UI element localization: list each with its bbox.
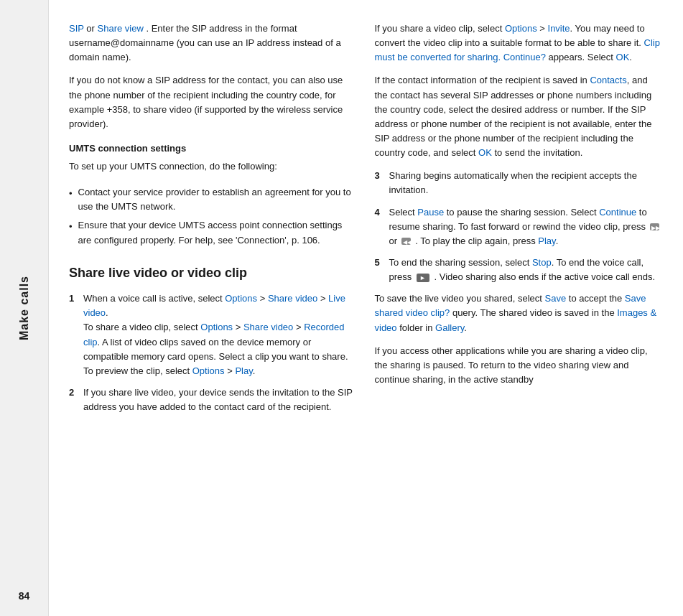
right-item-number-4: 4 (375, 205, 385, 248)
gallery-link[interactable]: Gallery (435, 322, 464, 333)
rewind-icon: ◀◀ (401, 236, 412, 246)
item-content-2: If you share live video, your device sen… (83, 386, 358, 414)
options-link-2[interactable]: Options (200, 322, 233, 332)
invite-link[interactable]: Invite (548, 23, 570, 34)
umts-intro: To set up your UMTS connection, do the f… (69, 159, 358, 174)
right-item-content-3: Sharing begins automatically when the re… (389, 169, 664, 197)
intro-paragraph: SIP or Share view . Enter the SIP addres… (69, 22, 358, 65)
right-numbered-list: 3 Sharing begins automatically when the … (375, 169, 664, 291)
save-link[interactable]: Save (545, 293, 567, 304)
right-item-number-5: 5 (375, 256, 385, 284)
svg-text:◀◀: ◀◀ (403, 239, 412, 246)
right-item-number-3: 3 (375, 169, 385, 197)
options-link-3[interactable]: Options (192, 365, 225, 376)
forward-icon: ▶▶ (649, 222, 661, 232)
sip-link[interactable]: SIP (69, 23, 84, 34)
item-number-2: 2 (69, 386, 79, 414)
item-number-1: 1 (69, 291, 79, 378)
bullet-text-1: Contact your service provider to establi… (78, 185, 358, 214)
ok-link-1[interactable]: OK (616, 52, 630, 62)
right-list-item-4: 4 Select Pause to pause the sharing sess… (375, 205, 664, 248)
page-number: 84 (19, 590, 30, 602)
para2: If you do not know a SIP address for the… (69, 73, 358, 131)
main-content: SIP or Share view . Enter the SIP addres… (49, 0, 683, 616)
pause-link[interactable]: Pause (417, 207, 444, 218)
options-link-r1[interactable]: Options (505, 23, 537, 34)
list-item-1: 1 When a voice call is active, select Op… (69, 291, 358, 378)
end-call-icon: ► (416, 273, 430, 283)
share-heading: Share live video or video clip (69, 265, 358, 281)
share-video-link-2[interactable]: Share video (243, 322, 293, 332)
right-column: If you share a video clip, select Option… (375, 22, 664, 602)
play-link-2[interactable]: Play (538, 235, 555, 246)
share-video-link-1[interactable]: Share video (268, 293, 317, 304)
list-item-2: 2 If you share live video, your device s… (69, 386, 358, 414)
bullet-dot-1: • (69, 187, 73, 214)
stop-link[interactable]: Stop (532, 257, 552, 268)
continue-link[interactable]: Continue (599, 207, 636, 218)
play-link-1[interactable]: Play (235, 365, 252, 376)
right-list-item-5: 5 To end the sharing session, select Sto… (375, 256, 664, 284)
right-list-item-3: 3 Sharing begins automatically when the … (375, 169, 664, 197)
right-item-content-4: Select Pause to pause the sharing sessio… (389, 205, 664, 248)
umts-heading: UMTS connection settings (69, 143, 358, 154)
right-para-2: If the contact information of the recipi… (375, 73, 664, 160)
ok-link-2[interactable]: OK (478, 147, 492, 158)
page-container: Make calls 84 SIP or Share view . Enter … (0, 0, 683, 616)
share-view-link[interactable]: Share view (98, 23, 144, 34)
left-numbered-list: 1 When a voice call is active, select Op… (69, 291, 358, 421)
svg-text:▶▶: ▶▶ (651, 225, 661, 231)
save-query-link[interactable]: Save shared video clip? (375, 293, 646, 318)
right-para-1: If you share a video clip, select Option… (375, 22, 664, 65)
sidebar: Make calls 84 (0, 0, 49, 616)
bullet-text-2: Ensure that your device UMTS access poin… (78, 218, 358, 247)
bullet-item-2: • Ensure that your device UMTS access po… (69, 218, 358, 247)
bullet-dot-2: • (69, 220, 73, 247)
right-save-para: To save the live video you shared, selec… (375, 291, 664, 335)
contacts-link[interactable]: Contacts (590, 75, 626, 85)
intro-text-1: or (86, 23, 97, 34)
svg-text:►: ► (419, 274, 426, 281)
item-content-1: When a voice call is active, select Opti… (83, 291, 358, 378)
bullet-item-1: • Contact your service provider to estab… (69, 185, 358, 214)
right-item-content-5: To end the sharing session, select Stop.… (389, 256, 664, 284)
right-access-para: If you access other applications while y… (375, 344, 664, 387)
left-column: SIP or Share view . Enter the SIP addres… (69, 22, 358, 602)
umts-bullet-list: • Contact your service provider to estab… (69, 185, 358, 252)
options-link-1[interactable]: Options (225, 293, 257, 304)
sidebar-title: Make calls (18, 276, 31, 340)
